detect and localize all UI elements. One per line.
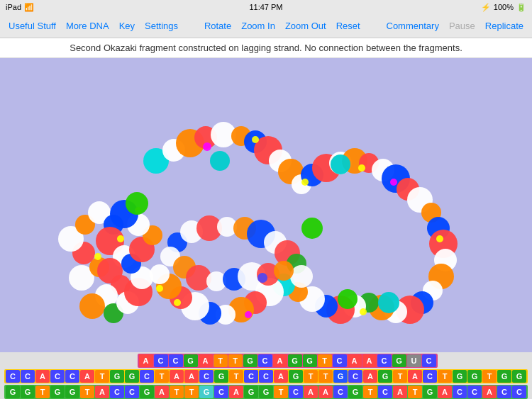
dna-base: C — [154, 354, 168, 367]
device-label: iPad — [6, 3, 21, 11]
nav-rotate[interactable]: Rotate — [200, 18, 235, 34]
dna-base: C — [378, 386, 392, 398]
dna-base: G — [423, 386, 437, 398]
dna-base: A — [438, 386, 452, 398]
nav-more-dna[interactable]: More DNA — [62, 18, 113, 34]
dna-base: C — [333, 354, 347, 367]
dna-base: C — [169, 354, 183, 367]
dna-base: T — [304, 370, 318, 383]
dna-base: A — [393, 386, 407, 398]
dna-base: G — [125, 370, 139, 383]
svg-point-97 — [360, 308, 367, 315]
svg-point-105 — [331, 154, 350, 174]
dna-base: T — [155, 370, 169, 383]
svg-point-98 — [245, 311, 252, 318]
svg-point-95 — [358, 164, 365, 172]
dna-base: G — [244, 386, 258, 398]
svg-point-101 — [301, 218, 323, 239]
dna-base: G — [467, 370, 482, 383]
svg-point-92 — [252, 136, 259, 143]
dna-base: C — [140, 370, 154, 383]
dna-base: C — [125, 386, 139, 398]
svg-point-93 — [301, 179, 309, 186]
nav-key[interactable]: Key — [115, 18, 139, 34]
dna-base: G — [199, 386, 214, 398]
nav-reset[interactable]: Reset — [332, 18, 365, 34]
dna-base: C — [422, 354, 436, 367]
dna-base: T — [229, 370, 243, 383]
time-display: 11:47 PM — [249, 3, 282, 11]
nav-pause[interactable]: Pause — [445, 18, 480, 34]
dna-base: T — [393, 370, 407, 383]
dna-base: G — [259, 386, 273, 398]
svg-point-87 — [117, 235, 124, 242]
dna-base: C — [6, 370, 20, 383]
svg-point-91 — [203, 142, 211, 151]
nav-settings[interactable]: Settings — [140, 18, 182, 34]
dna-base: A — [408, 370, 422, 383]
dna-base: U — [407, 354, 421, 367]
nav-commentary[interactable]: Commentary — [382, 18, 443, 34]
dna-base: A — [274, 370, 288, 383]
dna-base: A — [35, 370, 50, 383]
dna-base: T — [318, 354, 332, 367]
dna-base: G — [110, 370, 124, 383]
dna-base: T — [170, 386, 184, 398]
molecule-svg — [0, 58, 532, 352]
dna-base: A — [80, 370, 94, 383]
dna-base: G — [65, 386, 79, 398]
dna-base: C — [423, 370, 437, 383]
status-bar: iPad 📶 11:47 PM ⚡ 100% 🔋 — [0, 0, 532, 14]
dna-base: A — [155, 386, 169, 398]
dna-row-2: C C A C C A T G G C T A A C G T C C A G … — [4, 369, 528, 383]
dna-base: G — [303, 354, 317, 367]
dna-base: T — [80, 386, 94, 398]
svg-point-102 — [338, 289, 358, 309]
main-visualization — [0, 58, 532, 352]
dna-base: C — [467, 386, 482, 398]
dna-base: C — [199, 370, 214, 383]
dna-base: C — [110, 386, 124, 398]
nav-useful-stuff[interactable]: Useful Stuff — [4, 18, 60, 34]
dna-base: A — [229, 386, 243, 398]
dna-base: G — [453, 370, 467, 383]
dna-base: A — [318, 386, 333, 398]
dna-base: C — [50, 370, 65, 383]
dna-base: A — [482, 386, 497, 398]
dna-base: T — [363, 386, 377, 398]
dna-base: T — [228, 354, 243, 367]
dna-base: G — [288, 354, 302, 367]
dna-base: C — [377, 354, 392, 367]
dna-base: A — [199, 354, 213, 367]
dna-base: G — [6, 386, 20, 398]
nav-replicate[interactable]: Replicate — [481, 18, 528, 34]
svg-point-99 — [174, 299, 181, 306]
dna-base: G — [378, 370, 392, 383]
dna-base: A — [363, 370, 377, 383]
dna-base: C — [453, 386, 467, 398]
dna-base: T — [35, 386, 50, 398]
dna-base: A — [304, 386, 318, 398]
dna-base: C — [512, 386, 526, 398]
dna-base: G — [184, 354, 198, 367]
battery-icon: 🔋 — [516, 3, 526, 12]
wifi-icon: 📶 — [24, 3, 34, 12]
dna-base: C — [289, 386, 303, 398]
nav-zoom-out[interactable]: Zoom Out — [281, 18, 331, 34]
dna-row-3: G G T G G T A C C G A T T G C A G G T C … — [4, 385, 528, 399]
svg-point-96 — [436, 235, 443, 242]
nav-zoom-in[interactable]: Zoom In — [237, 18, 279, 34]
dna-base: T — [274, 386, 288, 398]
dna-base: C — [244, 370, 258, 383]
dna-base: G — [392, 354, 406, 367]
dna-base: G — [512, 370, 526, 383]
svg-point-103 — [378, 292, 399, 313]
bluetooth-icon: ⚡ — [481, 3, 491, 12]
dna-base: G — [140, 386, 154, 398]
dna-base: G — [243, 354, 257, 367]
dna-base: G — [289, 370, 303, 383]
svg-point-90 — [156, 285, 163, 292]
dna-base: C — [65, 370, 79, 383]
svg-point-13 — [79, 293, 105, 319]
dna-base: A — [273, 354, 287, 367]
